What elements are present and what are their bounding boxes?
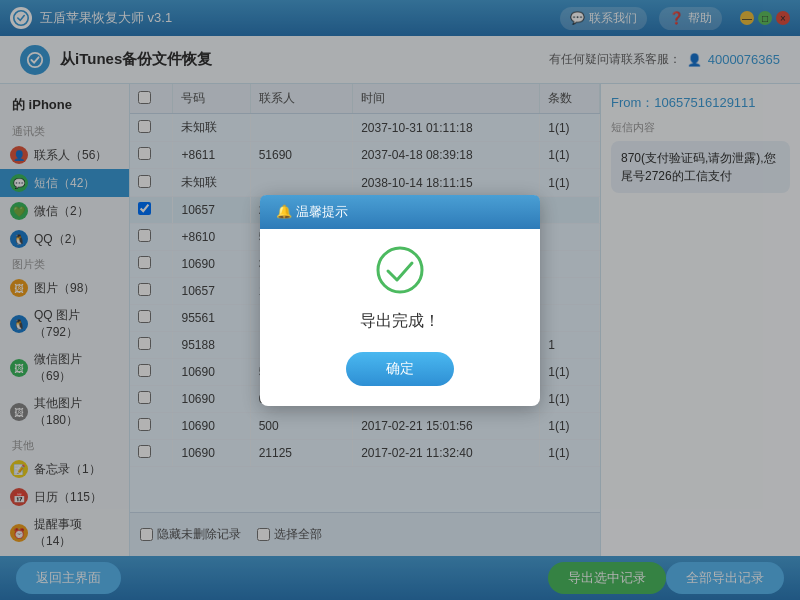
modal-message: 导出完成！: [280, 311, 520, 332]
modal-overlay: 🔔 温馨提示 导出完成！ 确定: [0, 0, 800, 600]
modal-success-icon: [375, 245, 425, 295]
modal-box: 🔔 温馨提示 导出完成！ 确定: [260, 195, 540, 406]
modal-confirm-btn[interactable]: 确定: [346, 352, 454, 386]
modal-title: 🔔 温馨提示: [260, 195, 540, 229]
svg-point-2: [378, 248, 422, 292]
modal-title-icon: 🔔: [276, 204, 292, 219]
